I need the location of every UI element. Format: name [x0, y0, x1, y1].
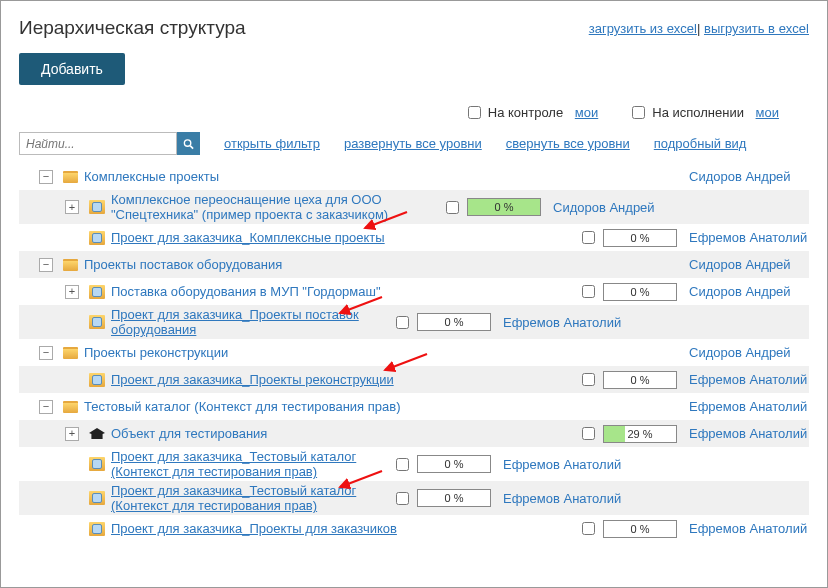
owner-link[interactable]: Ефремов Анатолий	[503, 457, 621, 472]
import-excel-link[interactable]: загрузить из excel	[589, 21, 697, 36]
row-checkbox[interactable]	[582, 373, 595, 386]
on-control-checkbox[interactable]	[468, 106, 481, 119]
tree-row: Проект для заказчика_Тестовый каталог (К…	[19, 447, 809, 481]
tree-row: + Поставка оборудования в МУП "Гордормаш…	[19, 278, 809, 305]
expand-toggle[interactable]: +	[65, 285, 79, 299]
node-link[interactable]: Проекты реконструкции	[84, 345, 228, 360]
owner-link[interactable]: Сидоров Андрей	[689, 169, 791, 184]
progress-value: 0 %	[604, 230, 676, 246]
project-icon	[89, 457, 105, 471]
node-link[interactable]: Проект для заказчика_Тестовый каталог (К…	[111, 483, 356, 513]
tree-row: Проект для заказчика_Проекты для заказчи…	[19, 515, 809, 542]
tree-row: − Проекты реконструкции Сидоров Андрей	[19, 339, 809, 366]
export-excel-link[interactable]: выгрузить в excel	[704, 21, 809, 36]
search-input[interactable]	[19, 132, 177, 155]
owner-link[interactable]: Сидоров Андрей	[689, 257, 791, 272]
node-link[interactable]: Проект для заказчика_Проекты поставок об…	[111, 307, 359, 337]
project-icon	[89, 491, 105, 505]
tree-row: Проект для заказчика_Тестовый каталог (К…	[19, 481, 809, 515]
tree-row: + Объект для тестирования 29 % Ефремов А…	[19, 420, 809, 447]
folder-icon	[63, 171, 78, 183]
tree-row: − Комплексные проекты Сидоров Андрей	[19, 163, 809, 190]
tree: − Комплексные проекты Сидоров Андрей + К…	[19, 163, 809, 542]
collapse-toggle[interactable]: −	[39, 346, 53, 360]
progress-value: 0 %	[604, 372, 676, 388]
on-control-my-link[interactable]: мои	[575, 105, 598, 120]
tree-row: − Проекты поставок оборудования Сидоров …	[19, 251, 809, 278]
owner-link[interactable]: Сидоров Андрей	[689, 284, 791, 299]
tree-row: Проект для заказчика_Комплексные проекты…	[19, 224, 809, 251]
on-execution-label: На исполнении	[652, 105, 744, 120]
page-title: Иерархическая структура	[19, 17, 246, 39]
collapse-all-link[interactable]: свернуть все уровни	[506, 136, 630, 151]
project-icon	[89, 231, 105, 245]
row-checkbox[interactable]	[396, 316, 409, 329]
row-checkbox[interactable]	[396, 458, 409, 471]
expand-toggle[interactable]: +	[65, 427, 79, 441]
open-filter-link[interactable]: открыть фильтр	[224, 136, 320, 151]
progress-value: 0 %	[418, 456, 490, 472]
row-checkbox[interactable]	[582, 231, 595, 244]
node-link[interactable]: Проект для заказчика_Тестовый каталог (К…	[111, 449, 356, 479]
node-link[interactable]: Тестовый каталог (Контекст для тестирова…	[84, 399, 400, 414]
progress-value: 0 %	[418, 314, 490, 330]
node-link[interactable]: Проекты поставок оборудования	[84, 257, 282, 272]
folder-icon	[63, 401, 78, 413]
owner-link[interactable]: Ефремов Анатолий	[503, 491, 621, 506]
project-icon	[89, 200, 105, 214]
folder-icon	[63, 347, 78, 359]
svg-line-1	[190, 145, 193, 148]
project-icon	[89, 315, 105, 329]
owner-link[interactable]: Сидоров Андрей	[553, 200, 655, 215]
progress-value: 0 %	[604, 521, 676, 537]
project-icon	[89, 285, 105, 299]
node-link[interactable]: Проект для заказчика_Проекты для заказчи…	[111, 521, 397, 536]
row-checkbox[interactable]	[582, 522, 595, 535]
graduation-icon	[89, 428, 105, 439]
owner-link[interactable]: Ефремов Анатолий	[689, 372, 807, 387]
node-link[interactable]: Проект для заказчика_Комплексные проекты	[111, 230, 385, 245]
node-link[interactable]: Комплексные проекты	[84, 169, 219, 184]
detailed-view-link[interactable]: подробный вид	[654, 136, 747, 151]
project-icon	[89, 373, 105, 387]
on-execution-checkbox[interactable]	[632, 106, 645, 119]
node-link[interactable]: Объект для тестирования	[111, 426, 267, 441]
progress-value: 0 %	[604, 284, 676, 300]
node-link[interactable]: Проект для заказчика_Проекты реконструкц…	[111, 372, 394, 387]
magnifier-icon	[183, 138, 194, 150]
progress-value: 29 %	[604, 426, 676, 442]
owner-link[interactable]: Ефремов Анатолий	[689, 399, 807, 414]
owner-link[interactable]: Ефремов Анатолий	[503, 315, 621, 330]
tree-row: + Комплексное переоснащение цеха для ООО…	[19, 190, 809, 224]
collapse-toggle[interactable]: −	[39, 400, 53, 414]
progress-value: 0 %	[468, 199, 540, 215]
owner-link[interactable]: Сидоров Андрей	[689, 345, 791, 360]
folder-icon	[63, 259, 78, 271]
expand-all-link[interactable]: развернуть все уровни	[344, 136, 482, 151]
svg-point-0	[184, 139, 190, 145]
progress-value: 0 %	[418, 490, 490, 506]
project-icon	[89, 522, 105, 536]
owner-link[interactable]: Ефремов Анатолий	[689, 426, 807, 441]
tree-row: − Тестовый каталог (Контекст для тестиро…	[19, 393, 809, 420]
row-checkbox[interactable]	[396, 492, 409, 505]
collapse-toggle[interactable]: −	[39, 170, 53, 184]
row-checkbox[interactable]	[582, 427, 595, 440]
row-checkbox[interactable]	[582, 285, 595, 298]
node-link[interactable]: Комплексное переоснащение цеха для ООО "…	[111, 192, 388, 222]
search-button[interactable]	[177, 132, 200, 155]
tree-row: Проект для заказчика_Проекты поставок об…	[19, 305, 809, 339]
owner-link[interactable]: Ефремов Анатолий	[689, 521, 807, 536]
row-checkbox[interactable]	[446, 201, 459, 214]
add-button[interactable]: Добавить	[19, 53, 125, 85]
on-execution-my-link[interactable]: мои	[756, 105, 779, 120]
node-link[interactable]: Поставка оборудования в МУП "Гордормаш"	[111, 284, 381, 299]
owner-link[interactable]: Ефремов Анатолий	[689, 230, 807, 245]
collapse-toggle[interactable]: −	[39, 258, 53, 272]
expand-toggle[interactable]: +	[65, 200, 79, 214]
tree-row: Проект для заказчика_Проекты реконструкц…	[19, 366, 809, 393]
on-control-label: На контроле	[488, 105, 563, 120]
